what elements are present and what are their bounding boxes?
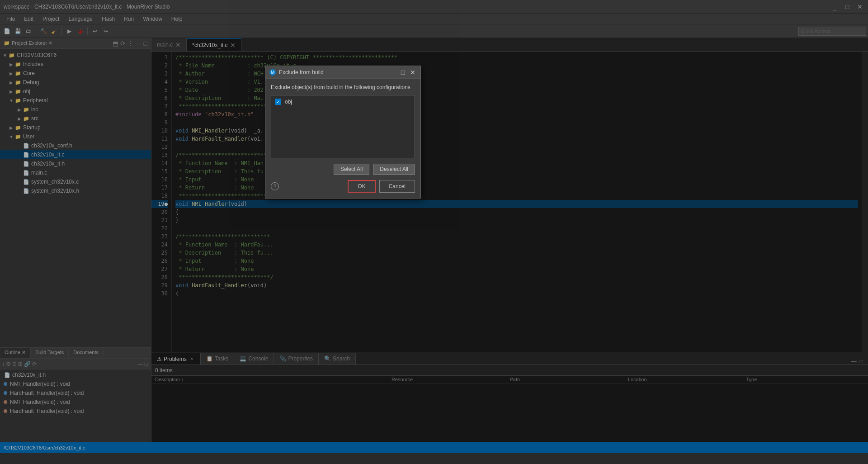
dialog-config-list: obj — [271, 95, 415, 158]
svg-text:M: M — [271, 70, 274, 75]
dialog-description: Exclude object(s) from build in the foll… — [271, 84, 415, 90]
cancel-button[interactable]: Cancel — [379, 180, 415, 193]
dialog-title-bar: M Exclude from build — □ ✕ — [265, 66, 420, 79]
dialog-action-buttons: OK Cancel — [348, 180, 415, 193]
dialog-help-button[interactable]: ? — [271, 182, 279, 190]
dialog-close-btn[interactable]: ✕ — [409, 68, 417, 76]
dialog-maximize-btn[interactable]: □ — [399, 68, 407, 76]
dialog-title-buttons: — □ ✕ — [389, 68, 417, 76]
dialog-minimize-btn[interactable]: — — [389, 68, 397, 76]
dialog-title-left: M Exclude from build — [269, 69, 324, 76]
dialog-bottom: ? OK Cancel — [271, 180, 415, 194]
config-item-obj[interactable]: obj — [273, 97, 413, 106]
exclude-dialog: M Exclude from build — □ ✕ Exclude objec… — [265, 66, 421, 199]
config-checkbox-obj[interactable] — [275, 99, 281, 105]
dialog-select-buttons: Select All Deselect All — [271, 164, 415, 175]
modal-overlay: M Exclude from build — □ ✕ Exclude objec… — [0, 0, 868, 464]
dialog-body: Exclude object(s) from build in the foll… — [265, 79, 420, 198]
dialog-app-icon: M — [269, 69, 276, 76]
config-label-obj: obj — [285, 99, 292, 105]
dialog-title-text: Exclude from build — [279, 69, 324, 76]
ok-button[interactable]: OK — [348, 180, 375, 193]
select-all-button[interactable]: Select All — [334, 164, 369, 175]
deselect-all-button[interactable]: Deselect All — [373, 164, 415, 175]
